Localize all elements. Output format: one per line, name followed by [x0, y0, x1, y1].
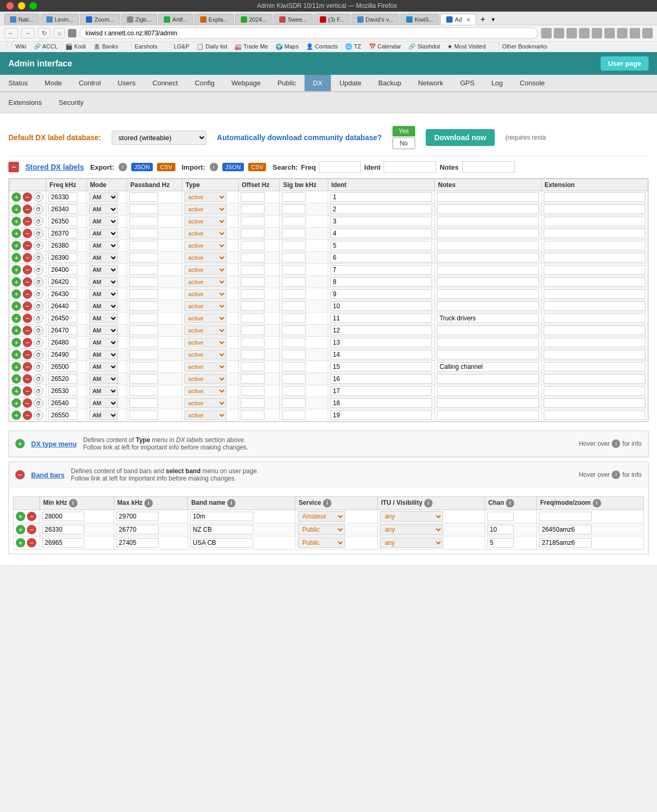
tab-fb[interactable]: (3) F... — [314, 14, 350, 25]
nav-icon-menu[interactable] — [642, 28, 653, 38]
notes-input[interactable] — [437, 289, 538, 299]
add-row-btn[interactable]: + — [12, 386, 21, 396]
offset-input[interactable] — [241, 229, 264, 238]
type-select[interactable]: active inactive ham utilities — [184, 229, 227, 238]
add-row-btn[interactable]: + — [12, 362, 21, 371]
sigbw-input[interactable] — [282, 398, 306, 408]
notes-input[interactable] — [437, 241, 538, 250]
tab-update[interactable]: Update — [331, 75, 370, 91]
tab-webpage[interactable]: Webpage — [223, 75, 269, 91]
sigbw-input[interactable] — [282, 301, 306, 311]
clock-btn[interactable]: ⏱ — [34, 265, 43, 275]
nav-icon-8[interactable] — [630, 28, 640, 38]
type-select[interactable]: active inactive ham utilities — [184, 374, 227, 384]
tab-nati[interactable]: Nati... — [4, 14, 40, 25]
freq-input[interactable] — [48, 410, 77, 420]
clock-btn[interactable]: ⏱ — [34, 241, 43, 250]
passband-input[interactable] — [129, 265, 158, 275]
close-btn[interactable] — [6, 2, 14, 9]
back-btn[interactable]: ← — [4, 28, 18, 38]
ext-input[interactable] — [544, 265, 645, 275]
ident-input[interactable] — [330, 410, 432, 420]
del-band-row-btn[interactable]: − — [27, 538, 36, 547]
tab-backup[interactable]: Backup — [370, 75, 409, 91]
add-row-btn[interactable]: + — [12, 192, 21, 202]
freq-input[interactable] — [48, 204, 77, 214]
mode-select[interactable]: AM USBLSBCWNBFMWBFM — [89, 289, 118, 299]
mode-select[interactable]: AM USBLSBCWNBFMWBFM — [89, 192, 118, 202]
add-row-btn[interactable]: + — [12, 229, 21, 238]
nav-icon-1[interactable] — [541, 28, 552, 38]
add-row-btn[interactable]: + — [12, 265, 21, 275]
del-row-btn[interactable]: − — [23, 338, 32, 347]
freq-input[interactable] — [48, 241, 77, 250]
del-row-btn[interactable]: − — [23, 277, 32, 287]
tab-expla[interactable]: Expla... — [194, 14, 234, 25]
db-select[interactable]: stored (writeable) — [112, 131, 207, 145]
tab-list-btn[interactable]: ▾ — [489, 16, 497, 23]
passband-input[interactable] — [129, 362, 158, 371]
offset-input[interactable] — [241, 338, 264, 347]
sigbw-input[interactable] — [282, 289, 306, 299]
add-row-btn[interactable]: + — [12, 374, 21, 384]
itu-select[interactable]: any ITU1ITU2ITU3 — [380, 524, 443, 535]
home-btn[interactable]: ⌂ — [54, 28, 65, 38]
passband-input[interactable] — [129, 277, 158, 287]
ext-input[interactable] — [544, 253, 645, 262]
band-max-input[interactable] — [116, 538, 159, 547]
tab-log[interactable]: Log — [483, 75, 512, 91]
ident-search-input[interactable] — [384, 161, 436, 173]
bookmark-tz[interactable]: 🌐 TZ — [343, 43, 363, 51]
notes-input[interactable] — [437, 398, 538, 408]
sigbw-input[interactable] — [282, 192, 306, 202]
notes-input[interactable] — [437, 338, 538, 347]
clock-btn[interactable]: ⏱ — [34, 217, 43, 226]
offset-input[interactable] — [241, 217, 264, 226]
sigbw-input[interactable] — [282, 386, 306, 396]
ident-input[interactable] — [330, 265, 432, 275]
offset-input[interactable] — [241, 314, 264, 323]
add-row-btn[interactable]: + — [12, 301, 21, 311]
yes-btn[interactable]: Yes — [393, 126, 416, 136]
del-row-btn[interactable]: − — [23, 326, 32, 335]
freq-input[interactable] — [48, 398, 77, 408]
no-btn[interactable]: No — [393, 138, 416, 149]
type-select[interactable]: active inactive ham utilities — [184, 398, 227, 408]
notes-input[interactable] — [437, 410, 538, 420]
export-json-btn[interactable]: JSON — [131, 163, 153, 171]
add-band-row-btn[interactable]: + — [16, 512, 25, 521]
tab-gps[interactable]: GPS — [452, 75, 483, 91]
sigbw-input[interactable] — [282, 362, 306, 371]
type-select[interactable]: active inactive ham utilities — [184, 265, 227, 275]
ident-input[interactable] — [330, 398, 432, 408]
add-row-btn[interactable]: + — [12, 326, 21, 335]
ext-input[interactable] — [544, 350, 645, 359]
band-min-input[interactable] — [42, 525, 84, 534]
notes-input[interactable] — [437, 314, 538, 323]
mode-select[interactable]: AM USBLSBCWNBFMWBFM — [89, 277, 118, 287]
clock-btn[interactable]: ⏱ — [34, 362, 43, 371]
ext-input[interactable] — [544, 326, 645, 335]
type-select[interactable]: active inactive ham utilities — [184, 410, 227, 420]
offset-input[interactable] — [241, 241, 264, 250]
type-select[interactable]: active inactive ham utilities — [184, 338, 227, 347]
clock-btn[interactable]: ⏱ — [34, 350, 43, 359]
freq-input[interactable] — [48, 265, 77, 275]
band-name-input[interactable] — [190, 525, 253, 534]
passband-input[interactable] — [129, 314, 158, 323]
passband-input[interactable] — [129, 192, 158, 202]
add-row-btn[interactable]: + — [12, 217, 21, 226]
notes-input[interactable] — [437, 326, 538, 335]
sigbw-input[interactable] — [282, 374, 306, 384]
clock-btn[interactable]: ⏱ — [34, 398, 43, 408]
export-csv-btn[interactable]: CSV — [157, 163, 175, 171]
max-info-icon[interactable]: i — [144, 499, 153, 507]
ident-input[interactable] — [330, 217, 432, 226]
offset-input[interactable] — [241, 301, 264, 311]
type-select[interactable]: active inactive ham utilities — [184, 386, 227, 396]
service-info-icon[interactable]: i — [323, 499, 331, 507]
clock-btn[interactable]: ⏱ — [34, 326, 43, 335]
expand-dx-type-btn[interactable]: + — [15, 439, 25, 448]
add-band-row-btn[interactable]: + — [16, 525, 25, 534]
tab-kiwis[interactable]: KiwiS... — [400, 14, 440, 25]
